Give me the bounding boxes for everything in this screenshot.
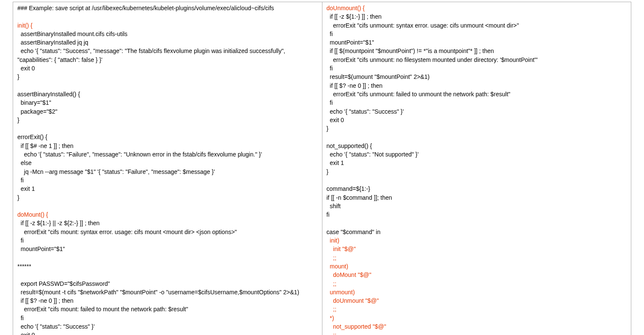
code-line: fi [17,177,24,184]
code-line: binary="$1" [17,99,51,106]
code-table: ### Example: save script at /usr/libexec… [13,2,631,335]
code-line: errorExit "cifs unmount: syntax error. u… [327,22,519,29]
right-code-cell: doUnmount() { if [[ -z ${1:-} ]] ; then … [322,2,631,335]
code-line: shift [327,203,341,209]
code-line: echo '{ "status": "Success" }' [17,323,94,330]
code-line: assertBinaryInstalled() { [17,91,80,98]
code-line: } [17,194,19,201]
code-line: echo '{ "status": "Success" }' [327,108,404,115]
code-line: ;; [327,254,336,261]
code-line: echo '{ "status": "Failure", "message": … [17,151,262,158]
code-line: fi [327,65,333,72]
code-line: doMount() { [17,211,48,218]
code-line: errorExit "cifs unmount: failed to unmou… [327,91,511,98]
code-line: assertBinaryInstalled jq jq [17,39,88,46]
code-line: ### Example: save script at /usr/libexec… [17,5,274,11]
code-line: else [17,159,31,166]
code-line: } [17,73,19,80]
code-line: mountPoint="$1" [17,246,65,252]
code-line: not_supported() { [327,142,372,149]
code-line: mountPoint="$1" [327,39,374,46]
code-line: if [[ -n $command ]]; then [327,194,392,201]
code-line: fi [327,31,333,37]
code-line: fi [327,99,333,106]
code-line: fi [17,315,24,321]
code-line: if [[ $? -ne 0 ]] ; then [327,82,383,89]
code-line: exit 0 [327,117,344,123]
code-line: if [[ -z ${1:-} ]] ; then [327,13,382,20]
code-line: if [[ $(mountpoint "$mountPoint") != *"i… [327,47,494,54]
code-line: case "$command" in [327,229,380,235]
code-line: command=${1:-} [327,185,370,192]
code-line: not_supported "$@" [327,323,386,330]
code-line: unmount) [327,289,355,296]
code-line: assertBinaryInstalled mount.cifs cifs-ut… [17,31,128,37]
code-line: echo '{ "status": "Not supported" }' [327,151,419,158]
code-line: if [[ -z ${1:-} || -z ${2:-} ]] ; then [17,220,100,226]
code-line: result=$(mount -t cifs "$networkPath" "$… [17,289,299,296]
code-line: echo '{ "status": "Success", "message": … [17,47,287,63]
code-line: errorExit() { [17,134,47,140]
code-line: jq -Mcn --arg message "$1" '{ "status": … [17,168,215,175]
code-line: doUnmount() { [327,5,365,11]
code-line: errorExit "cifs mount: failed to mount t… [17,306,188,313]
code-line: errorExit "cifs unmount: no filesystem m… [327,56,538,63]
code-line: exit 1 [327,159,344,166]
code-line: init "$@" [327,246,356,252]
code-line: ****** [17,263,31,270]
code-line: doUnmount "$@" [327,297,379,304]
code-line: } [327,168,329,175]
code-line: doMount "$@" [327,271,372,278]
code-line: ;; [327,306,336,313]
code-line: *) [327,315,334,321]
left-code-cell: ### Example: save script at /usr/libexec… [13,2,322,335]
code-line: errorExit "cifs mount: syntax error. usa… [17,229,237,235]
code-line: init) [327,237,339,244]
code-line: fi [17,237,24,244]
code-line: exit 0 [17,65,35,72]
code-line: ;; [327,332,336,335]
code-line: result=$(umount "$mountPoint" 2>&1) [327,73,430,80]
code-line: exit 0 [17,332,35,335]
code-line: init() { [17,22,33,29]
code-line: package="$2" [17,108,57,115]
code-line: } [17,117,19,123]
code-line: } [327,125,329,132]
code-line: if [[ $? -ne 0 ]] ; then [17,297,73,304]
code-line: fi [327,211,330,218]
code-line: mount) [327,263,348,270]
code-line: export PASSWD="$cifsPassword" [17,280,110,287]
code-line: exit 1 [17,185,35,192]
code-line: ;; [327,280,336,287]
code-line: if [[ $# -ne 1 ]] ; then [17,142,73,149]
